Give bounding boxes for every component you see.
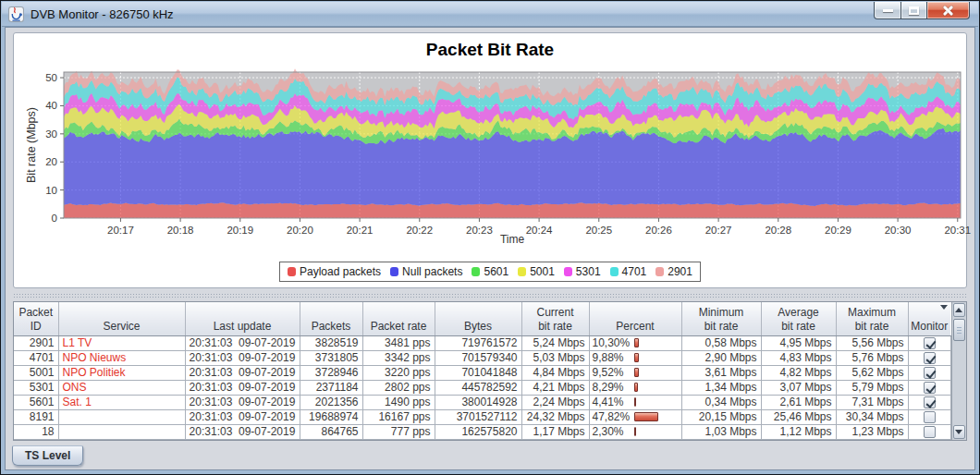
column-header-rate[interactable]: Packet rate bbox=[362, 302, 435, 335]
table-row[interactable]: 1820:31:03 09-07-2019864765777 pps162575… bbox=[14, 424, 950, 439]
vertical-scrollbar[interactable] bbox=[951, 302, 967, 440]
legend-item: 2901 bbox=[655, 265, 692, 278]
table-row[interactable]: 2901L1 TV20:31:03 09-07-201938285193481 … bbox=[14, 335, 950, 350]
header-line2: bit rate bbox=[839, 320, 906, 334]
table-row[interactable]: 5301ONS20:31:03 09-07-201923711842802 pp… bbox=[14, 380, 950, 395]
cell-pid: 5601 bbox=[14, 395, 58, 409]
close-icon bbox=[942, 6, 954, 16]
cell-pid: 4701 bbox=[14, 350, 58, 365]
cell-minbr: 0,34 Mbps bbox=[681, 395, 761, 409]
cell-minbr: 1,03 Mbps bbox=[681, 424, 761, 439]
monitor-checkbox-checked[interactable] bbox=[924, 382, 936, 394]
column-header-monitor[interactable]: Monitor bbox=[908, 302, 950, 335]
percent-bar bbox=[634, 353, 640, 362]
cell-maxbr: 7,31 Mbps bbox=[836, 395, 908, 409]
scroll-down-button[interactable] bbox=[953, 425, 966, 439]
legend-marker-icon bbox=[655, 267, 664, 276]
cell-curbr: 4,84 Mbps bbox=[521, 365, 589, 380]
split-divider[interactable] bbox=[13, 293, 967, 299]
cell-bytes: 162575820 bbox=[435, 424, 521, 439]
legend-item: Null packets bbox=[390, 265, 462, 278]
y-tick-label: 30 bbox=[45, 128, 57, 140]
minimize-button[interactable] bbox=[874, 2, 901, 19]
table-row[interactable]: 5601Sat. 120:31:03 09-07-201920213561490… bbox=[14, 395, 950, 409]
monitor-checkbox-checked[interactable] bbox=[924, 337, 936, 349]
y-tick-label: 40 bbox=[45, 100, 57, 111]
percent-bar bbox=[634, 412, 659, 421]
header-line1: Current bbox=[524, 306, 587, 320]
header-line2: Packets bbox=[302, 320, 361, 334]
percent-text: 8,29% bbox=[593, 381, 624, 394]
scrollbar-track[interactable] bbox=[952, 318, 967, 424]
legend-label: 5601 bbox=[484, 265, 508, 278]
cell-update: 20:31:03 09-07-2019 bbox=[185, 424, 300, 439]
cell-pid: 18 bbox=[14, 424, 58, 439]
cell-maxbr: 5,79 Mbps bbox=[836, 380, 908, 395]
close-button[interactable] bbox=[927, 2, 970, 19]
monitor-checkbox-checked[interactable] bbox=[924, 352, 936, 364]
legend-label: 5001 bbox=[530, 265, 555, 278]
maximize-button[interactable] bbox=[901, 2, 927, 19]
header-line1 bbox=[437, 306, 520, 320]
cell-packets: 3828519 bbox=[300, 335, 362, 350]
app-window: DVB Monitor - 826750 kHz Packet Bit Rate… bbox=[0, 0, 980, 475]
column-header-update[interactable]: Last update bbox=[185, 302, 300, 335]
column-header-packets[interactable]: Packets bbox=[300, 302, 362, 335]
scrollbar-thumb[interactable] bbox=[953, 319, 966, 341]
header-line1: Average bbox=[764, 306, 834, 320]
column-header-percent[interactable]: Percent bbox=[589, 302, 681, 335]
monitor-checkbox-unchecked[interactable] bbox=[924, 426, 936, 438]
header-line1: Packet bbox=[16, 306, 56, 320]
cell-bytes: 719761572 bbox=[435, 335, 521, 350]
monitor-checkbox-unchecked[interactable] bbox=[924, 411, 936, 423]
chart-legend: Payload packetsNull packets5601500153014… bbox=[279, 262, 701, 282]
header-line2: Monitor bbox=[911, 320, 949, 334]
column-header-minbr[interactable]: Minimumbit rate bbox=[681, 302, 761, 335]
cell-avgbr: 25,46 Mbps bbox=[761, 409, 836, 424]
column-header-curbr[interactable]: Currentbit rate bbox=[521, 302, 589, 335]
cell-rate: 3342 pps bbox=[362, 350, 435, 365]
maximize-icon bbox=[909, 6, 919, 15]
column-header-bytes[interactable]: Bytes bbox=[435, 302, 521, 335]
percent-bar bbox=[634, 368, 639, 377]
cell-service bbox=[58, 424, 185, 439]
cell-rate: 16167 pps bbox=[362, 409, 435, 424]
table-row[interactable]: 819120:31:03 09-07-20191968897416167 pps… bbox=[14, 409, 950, 424]
cell-service: NPO Nieuws bbox=[58, 350, 185, 365]
header-line2: bit rate bbox=[764, 320, 834, 334]
header-line1 bbox=[188, 306, 298, 320]
monitor-checkbox-checked[interactable] bbox=[924, 367, 936, 379]
cell-curbr: 1,17 Mbps bbox=[521, 424, 589, 439]
scroll-up-button[interactable] bbox=[953, 303, 966, 317]
cell-minbr: 3,61 Mbps bbox=[681, 365, 761, 380]
table-header: PacketID Service Last update Packets Pac… bbox=[14, 302, 950, 335]
table-row[interactable]: 5001NPO Politiek20:31:03 09-07-201937289… bbox=[14, 365, 950, 380]
cell-avgbr: 4,83 Mbps bbox=[761, 350, 836, 365]
tab-ts-level[interactable]: TS Level bbox=[12, 445, 83, 466]
x-axis-label: Time bbox=[64, 233, 961, 246]
cell-rate: 1490 pps bbox=[362, 395, 435, 409]
cell-update: 20:31:03 09-07-2019 bbox=[185, 409, 300, 424]
header-line1 bbox=[61, 306, 183, 320]
y-tick-label: 0 bbox=[52, 213, 57, 224]
title-bar[interactable]: DVB Monitor - 826750 kHz bbox=[2, 2, 978, 27]
column-header-maxbr[interactable]: Maximumbit rate bbox=[836, 302, 908, 335]
header-line2: Percent bbox=[592, 320, 680, 334]
legend-marker-icon bbox=[610, 267, 619, 276]
window-title: DVB Monitor - 826750 kHz bbox=[31, 7, 174, 21]
column-header-avgbr[interactable]: Averagebit rate bbox=[761, 302, 836, 335]
legend-row: Payload packetsNull packets5601500153014… bbox=[14, 262, 966, 282]
monitor-checkbox-checked[interactable] bbox=[924, 396, 936, 408]
cell-update: 20:31:03 09-07-2019 bbox=[185, 395, 300, 409]
plot-svg: 0102030405020:1720:1820:1920:2020:2120:2… bbox=[16, 70, 968, 242]
cell-curbr: 2,24 Mbps bbox=[521, 395, 589, 409]
column-header-service[interactable]: Service bbox=[58, 302, 185, 335]
legend-label: 2901 bbox=[668, 265, 692, 278]
percent-text: 47,82% bbox=[593, 410, 631, 423]
cell-avgbr: 2,61 Mbps bbox=[761, 395, 836, 409]
column-header-pid[interactable]: PacketID bbox=[14, 302, 58, 335]
header-line1 bbox=[302, 306, 361, 320]
cell-rate: 3481 pps bbox=[362, 335, 435, 350]
table-row[interactable]: 4701NPO Nieuws20:31:03 09-07-20193731805… bbox=[14, 350, 950, 365]
legend-marker-icon bbox=[518, 267, 526, 276]
